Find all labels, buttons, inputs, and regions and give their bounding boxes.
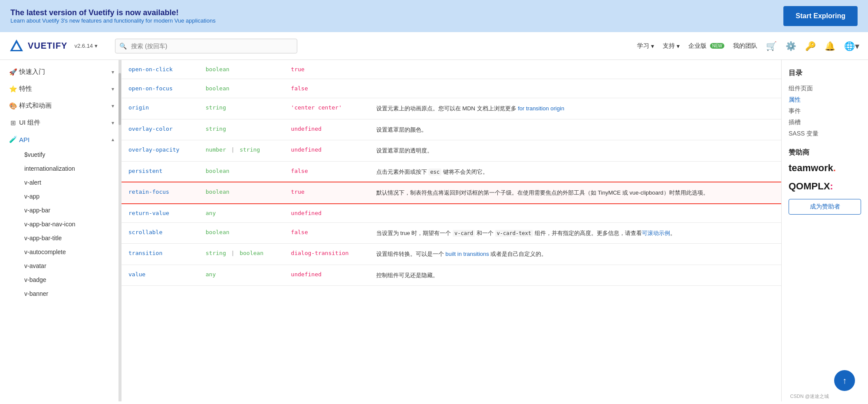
table-row: scrollable boolean false 当设置为 true 时，期望有… [122, 222, 781, 244]
vuetify-logo-icon [9, 38, 24, 54]
prop-name[interactable]: overlay-opacity [128, 146, 179, 153]
search-icon: 🔍 [119, 43, 127, 50]
chevron-down-icon: ▾ [651, 43, 654, 50]
grid-icon: ⊞ [7, 119, 19, 127]
key-icon[interactable]: 🔑 [805, 41, 816, 51]
star-icon: ⭐ [7, 85, 19, 93]
toc-section: 组件页面 属性 事件 插槽 SASS 变量 [789, 83, 861, 139]
table-row: value any undefined 控制组件可见还是隐藏。 [122, 265, 781, 286]
navbar: VUETIFY v2.6.14 ▾ 🔍 学习 ▾ 支持 ▾ 企业版 NEW 我的… [0, 32, 868, 60]
prop-name[interactable]: value [128, 271, 145, 278]
sponsor-teamwork-logo[interactable]: teamwork. [789, 162, 861, 174]
nav-item-support[interactable]: 支持 ▾ [663, 42, 680, 50]
transitions-link[interactable]: built in transitions [445, 251, 489, 257]
table-row: overlay-color string undefined 设置遮罩层的颜色。 [122, 119, 781, 140]
sidebar: 🚀 快速入门 ▾ ⭐ 特性 ▾ 🎨 样式和动画 ▾ ⊞ UI 组件 ▾ 🧪 AP… [0, 60, 122, 401]
table-row: origin string 'center center' 设置元素上的动画原点… [122, 98, 781, 119]
search-box: 🔍 [115, 39, 297, 53]
sidebar-item-v-banner[interactable]: v-banner [0, 287, 121, 301]
sidebar-item-v-avatar[interactable]: v-avatar [0, 259, 121, 273]
nav-item-enterprise[interactable]: 企业版 NEW [688, 42, 724, 50]
prop-name[interactable]: return-value [128, 210, 169, 216]
rocket-icon: 🚀 [7, 68, 19, 76]
logo[interactable]: VUETIFY [9, 38, 67, 54]
settings-icon[interactable]: ⚙️ [786, 41, 796, 51]
toc-item-props[interactable]: 属性 [789, 94, 861, 106]
flask-icon: 🧪 [7, 136, 19, 143]
toc-item-component[interactable]: 组件页面 [789, 83, 861, 94]
prop-name[interactable]: overlay-color [128, 126, 173, 132]
prop-name[interactable]: persistent [128, 168, 162, 174]
palette-icon: 🎨 [7, 102, 19, 110]
sidebar-item-v-autocomplete[interactable]: v-autocomplete [0, 245, 121, 259]
sidebar-item-quickstart[interactable]: 🚀 快速入门 ▾ [0, 63, 121, 80]
sponsor-qomplx-logo[interactable]: QOMPLX: [789, 181, 861, 192]
sidebar-item-v-alert[interactable]: v-alert [0, 176, 121, 189]
toc-item-sass[interactable]: SASS 变量 [789, 128, 861, 139]
start-exploring-button[interactable]: Start Exploring [783, 6, 858, 26]
toc-item-events[interactable]: 事件 [789, 106, 861, 117]
search-input[interactable] [115, 39, 297, 53]
prop-name[interactable]: retain-focus [128, 189, 169, 195]
chevron-down-icon: ▾ [677, 43, 680, 50]
toc-title: 目录 [789, 69, 861, 78]
sidebar-item-features[interactable]: ⭐ 特性 ▾ [0, 80, 121, 97]
sidebar-item-i18n[interactable]: internationalization [0, 162, 121, 176]
prop-name[interactable]: transition [128, 250, 162, 256]
scrollable-link[interactable]: 可滚动示例 [642, 230, 670, 236]
navbar-nav: 学习 ▾ 支持 ▾ 企业版 NEW 我的团队 🛒 ⚙️ 🔑 🔔 🌐▾ [637, 41, 859, 51]
sidebar-item-styles[interactable]: 🎨 样式和动画 ▾ [0, 97, 121, 114]
chevron-down-icon: ▾ [95, 43, 98, 49]
prop-name[interactable]: open-on-focus [128, 85, 173, 92]
prop-name[interactable]: open-on-click [128, 66, 173, 73]
table-row-highlighted: retain-focus boolean true 默认情况下，制表符焦点将返回… [122, 182, 781, 204]
main-layout: 🚀 快速入门 ▾ ⭐ 特性 ▾ 🎨 样式和动画 ▾ ⊞ UI 组件 ▾ 🧪 AP… [0, 60, 868, 401]
sidebar-item-v-badge[interactable]: v-badge [0, 273, 121, 287]
logo-label: VUETIFY [28, 41, 67, 51]
new-badge: NEW [710, 43, 724, 49]
banner-title: The latest version of Vuetify is now ava… [10, 8, 216, 17]
prop-name[interactable]: scrollable [128, 229, 162, 235]
prop-name[interactable]: origin [128, 104, 149, 111]
sidebar-item-v-app-bar[interactable]: v-app-bar [0, 203, 121, 217]
back-to-top-button[interactable]: ↑ [834, 370, 855, 391]
sidebar-item-ui-components[interactable]: ⊞ UI 组件 ▾ [0, 114, 121, 131]
bell-icon[interactable]: 🔔 [825, 41, 835, 51]
chevron-down-icon: ▾ [112, 86, 114, 92]
table-row: open-on-focus boolean false [122, 79, 781, 98]
chevron-down-icon: ▾ [112, 120, 114, 126]
nav-item-team[interactable]: 我的团队 [733, 42, 757, 50]
chevron-down-icon: ▾ [112, 69, 114, 75]
toc-panel: 目录 组件页面 属性 事件 插槽 SASS 变量 赞助商 teamwork. Q… [781, 60, 868, 401]
content-area: open-on-click boolean true open-on-focus… [122, 60, 781, 401]
banner-subtitle: Learn about Vuetify 3's new features and… [10, 17, 216, 24]
api-table: open-on-click boolean true open-on-focus… [122, 60, 781, 286]
top-banner: The latest version of Vuetify is now ava… [0, 0, 868, 32]
table-row: overlay-opacity number | string undefine… [122, 140, 781, 162]
sidebar-item-v-app[interactable]: v-app [0, 189, 121, 203]
table-row: return-value any undefined [122, 203, 781, 222]
version-selector[interactable]: v2.6.14 ▾ [74, 43, 98, 49]
translate-icon[interactable]: 🌐▾ [844, 41, 859, 51]
sidebar-item-v-app-bar-title[interactable]: v-app-bar-title [0, 231, 121, 245]
chevron-down-icon: ▾ [112, 103, 114, 109]
table-row: open-on-click boolean true [122, 60, 781, 79]
cart-icon[interactable]: 🛒 [766, 41, 777, 51]
sponsor-title: 赞助商 [789, 148, 861, 157]
nav-item-learn[interactable]: 学习 ▾ [637, 42, 654, 50]
table-row: transition string | boolean dialog-trans… [122, 244, 781, 265]
watermark: CSDN @迷途之城 [790, 393, 829, 400]
chevron-up-icon: ▴ [112, 136, 114, 142]
sidebar-item-api[interactable]: 🧪 API ▴ [0, 131, 121, 148]
origin-link[interactable]: for transition origin [518, 105, 564, 112]
sidebar-item-v-app-bar-nav-icon[interactable]: v-app-bar-nav-icon [0, 217, 121, 231]
become-sponsor-button[interactable]: 成为赞助者 [789, 199, 861, 215]
table-row: persistent boolean false 点击元素外面或按下 esc 键… [122, 161, 781, 182]
sidebar-item-vuetify[interactable]: $vuetify [0, 148, 121, 162]
banner-text: The latest version of Vuetify is now ava… [10, 8, 216, 24]
toc-item-slots[interactable]: 插槽 [789, 117, 861, 128]
